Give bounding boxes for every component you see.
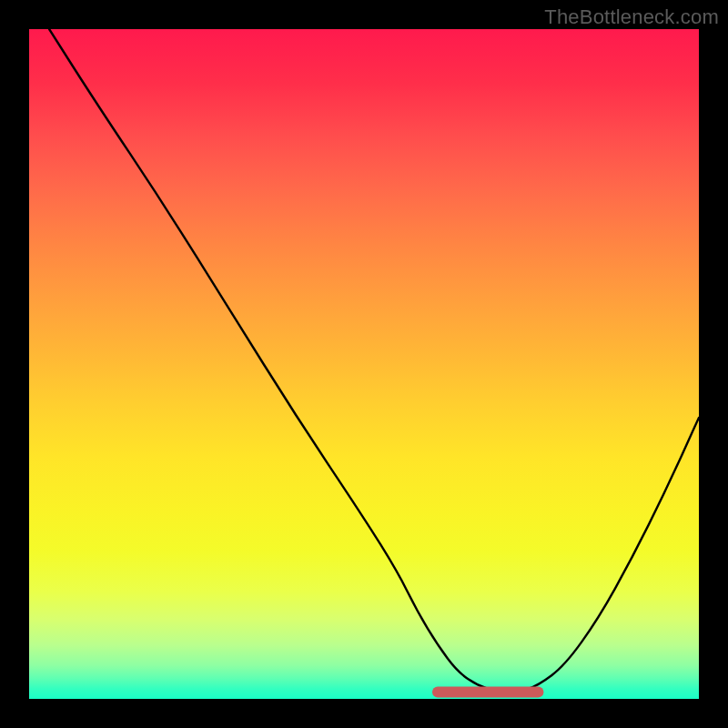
watermark-text: TheBottleneck.com: [544, 5, 719, 29]
curve-svg: [29, 29, 699, 699]
chart-frame: TheBottleneck.com: [0, 0, 728, 728]
plot-area: [29, 29, 699, 699]
bottleneck-curve-path: [49, 29, 699, 693]
